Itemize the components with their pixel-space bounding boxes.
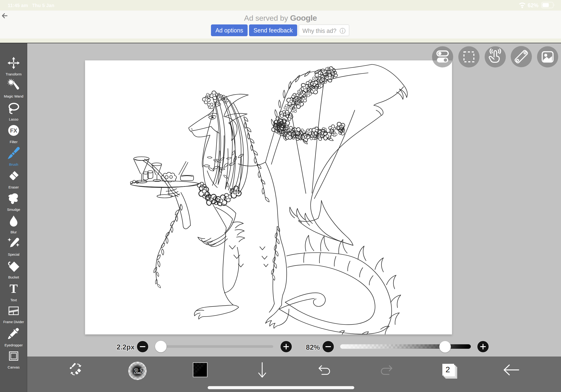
svg-text:T: T <box>10 282 18 295</box>
svg-text:82%: 82% <box>306 344 320 351</box>
svg-text:2.2px: 2.2px <box>117 343 135 351</box>
svg-text:62%: 62% <box>528 2 539 9</box>
svg-text:2: 2 <box>446 365 450 374</box>
svg-text:FX: FX <box>10 127 17 134</box>
svg-text:2.2: 2.2 <box>134 368 144 375</box>
